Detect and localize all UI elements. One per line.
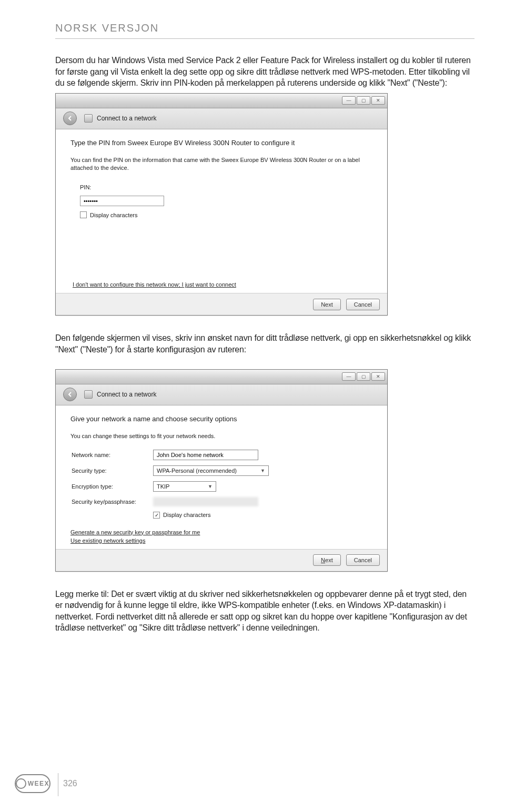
use-existing-link[interactable]: Use existing network settings	[70, 537, 372, 544]
close-button[interactable]: ✕	[371, 96, 385, 105]
display-characters-label: Display characters	[163, 512, 210, 518]
pin-input[interactable]	[80, 196, 164, 206]
page-header: NORSK VERSJON	[55, 22, 474, 34]
encryption-type-select[interactable]: TKIP ▼	[153, 481, 216, 492]
cancel-button[interactable]: Cancel	[346, 299, 380, 310]
dialog-heading: Type the PIN from Sweex Europe BV Wirele…	[70, 139, 372, 147]
dialog-network-name: — ▢ ✕ Connect to a network Give your net…	[55, 369, 388, 572]
titlebar: — ▢ ✕	[56, 94, 387, 108]
minimize-button[interactable]: —	[342, 96, 356, 105]
intro-paragraph-1: Dersom du har Windows Vista med Service …	[55, 55, 474, 89]
dialog-info: You can find the PIN on the information …	[70, 156, 372, 172]
security-key-field[interactable]	[153, 497, 258, 506]
encryption-type-label: Encryption type:	[72, 483, 153, 490]
nav-bar: Connect to a network	[56, 108, 387, 129]
intro-paragraph-2: Den følgende skjermen vil vises, skriv i…	[55, 332, 474, 355]
chevron-down-icon: ▼	[208, 484, 213, 489]
nav-title: Connect to a network	[97, 115, 156, 122]
back-icon[interactable]	[63, 388, 77, 401]
titlebar: — ▢ ✕	[56, 370, 387, 384]
security-type-value: WPA-Personal (recommended)	[157, 468, 237, 474]
network-name-input[interactable]	[153, 450, 258, 460]
network-name-label: Network name:	[72, 452, 153, 458]
nav-title: Connect to a network	[97, 391, 156, 398]
security-type-select[interactable]: WPA-Personal (recommended) ▼	[153, 465, 269, 476]
next-button[interactable]: Next	[313, 299, 341, 310]
cancel-button[interactable]: Cancel	[346, 554, 380, 566]
security-key-label: Security key/passphrase:	[72, 499, 153, 505]
maximize-button[interactable]: ▢	[357, 372, 370, 381]
note-paragraph: Legg merke til: Det er svært viktig at d…	[55, 588, 474, 634]
chevron-down-icon: ▼	[260, 468, 265, 473]
header-rule	[55, 38, 474, 39]
brand-text: WEEX	[28, 780, 49, 787]
generate-key-link[interactable]: Generate a new security key or passphras…	[70, 529, 372, 535]
minimize-button[interactable]: —	[342, 372, 356, 381]
page-number: 326	[63, 779, 77, 788]
skip-config-link[interactable]: I don't want to configure this network n…	[70, 281, 372, 288]
security-type-label: Security type:	[72, 468, 153, 474]
maximize-button[interactable]: ▢	[357, 96, 370, 105]
display-characters-checkbox[interactable]	[153, 512, 160, 519]
next-button[interactable]: NNextext	[313, 554, 341, 566]
network-icon	[84, 114, 93, 123]
display-characters-checkbox[interactable]	[80, 211, 87, 218]
close-button[interactable]: ✕	[371, 372, 385, 381]
logo-s-icon	[16, 778, 26, 789]
brand-logo: WEEX	[15, 774, 50, 793]
pin-label: PIN:	[70, 184, 99, 190]
dialog-pin: — ▢ ✕ Connect to a network Type the PIN …	[55, 93, 388, 316]
nav-bar: Connect to a network	[56, 384, 387, 405]
dialog-heading: Give your network a name and choose secu…	[70, 415, 372, 423]
encryption-type-value: TKIP	[157, 483, 169, 490]
back-icon[interactable]	[63, 111, 77, 125]
display-characters-label: Display characters	[90, 212, 137, 218]
footer-divider	[58, 773, 58, 796]
network-icon	[84, 390, 93, 399]
dialog-info: You can change these settings to fit you…	[70, 432, 372, 440]
